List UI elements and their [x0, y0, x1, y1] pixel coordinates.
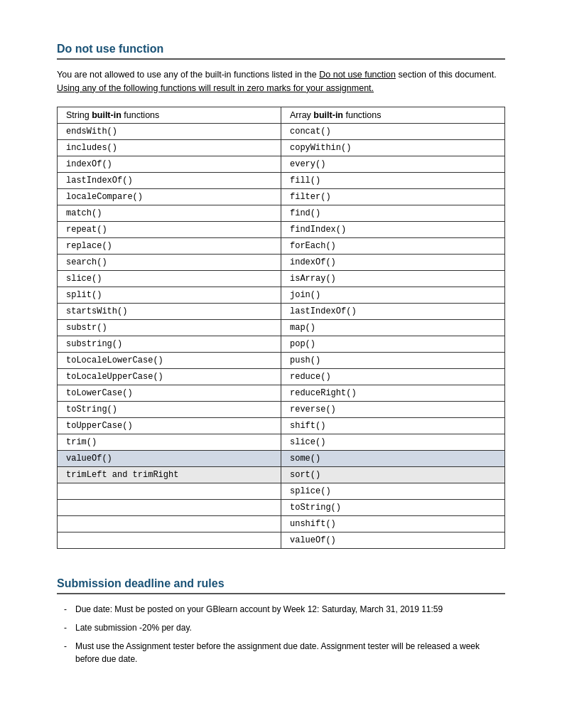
- string-header-bold: built-in: [92, 110, 121, 120]
- string-column-header: String built-in functions: [58, 107, 281, 123]
- submission-rule-item: Due date: Must be posted on your GBlearn…: [64, 603, 505, 616]
- table-row: valueOf(): [58, 532, 505, 548]
- string-function-cell: lastIndexOf(): [58, 172, 281, 188]
- submission-rule-item: Late submission -20% per day.: [64, 621, 505, 634]
- array-function-cell: find(): [281, 205, 505, 221]
- string-function-cell: replace(): [58, 237, 281, 254]
- array-function-cell: slice(): [281, 434, 505, 450]
- table-row: toLowerCase()reduceRight(): [58, 385, 505, 401]
- array-function-cell: map(): [281, 319, 505, 336]
- array-function-cell: reduce(): [281, 368, 505, 385]
- table-row: toString(): [58, 499, 505, 515]
- array-function-cell: splice(): [281, 483, 505, 499]
- array-function-cell: toString(): [281, 499, 505, 515]
- array-function-cell: sort(): [281, 466, 505, 483]
- array-header-prefix: Array: [290, 110, 313, 120]
- intro-paragraph: You are not allowed to use any of the bu…: [57, 68, 505, 95]
- string-function-cell: [58, 483, 281, 499]
- array-header-bold: built-in: [313, 110, 343, 120]
- string-function-cell: match(): [58, 205, 281, 221]
- table-row: trim()slice(): [58, 434, 505, 450]
- table-row: repeat()findIndex(): [58, 221, 505, 237]
- array-function-cell: push(): [281, 352, 505, 368]
- array-function-cell: indexOf(): [281, 254, 505, 270]
- array-function-cell: isArray(): [281, 270, 505, 287]
- table-row: indexOf()every(): [58, 156, 505, 172]
- string-function-cell: split(): [58, 287, 281, 303]
- string-function-cell: toUpperCase(): [58, 417, 281, 434]
- string-function-cell: includes(): [58, 139, 281, 156]
- string-function-cell: substr(): [58, 319, 281, 336]
- string-function-cell: repeat(): [58, 221, 281, 237]
- array-function-cell: every(): [281, 156, 505, 172]
- string-function-cell: substring(): [58, 336, 281, 352]
- array-function-cell: pop(): [281, 336, 505, 352]
- array-function-cell: some(): [281, 450, 505, 466]
- table-row: localeCompare()filter(): [58, 188, 505, 205]
- string-function-cell: trim(): [58, 434, 281, 450]
- string-function-cell: localeCompare(): [58, 188, 281, 205]
- table-row: startsWith()lastIndexOf(): [58, 303, 505, 319]
- table-row: lastIndexOf()fill(): [58, 172, 505, 188]
- intro-text-part2: section of this document.: [396, 70, 497, 80]
- table-row: match()find(): [58, 205, 505, 221]
- functions-table: String built-in functions Array built-in…: [57, 107, 505, 549]
- table-row: valueOf()some(): [58, 450, 505, 466]
- table-row: slice()isArray(): [58, 270, 505, 287]
- string-function-cell: search(): [58, 254, 281, 270]
- intro-link1: Do not use function: [319, 70, 396, 80]
- array-column-header: Array built-in functions: [281, 107, 505, 123]
- string-function-cell: endsWith(): [58, 123, 281, 139]
- submission-rules-list: Due date: Must be posted on your GBlearn…: [57, 603, 505, 665]
- string-function-cell: [58, 532, 281, 548]
- table-row: toLocaleLowerCase()push(): [58, 352, 505, 368]
- array-function-cell: shift(): [281, 417, 505, 434]
- string-function-cell: valueOf(): [58, 450, 281, 466]
- array-function-cell: concat(): [281, 123, 505, 139]
- string-function-cell: toLocaleLowerCase(): [58, 352, 281, 368]
- table-row: includes()copyWithin(): [58, 139, 505, 156]
- array-function-cell: copyWithin(): [281, 139, 505, 156]
- string-function-cell: startsWith(): [58, 303, 281, 319]
- table-row: toLocaleUpperCase()reduce(): [58, 368, 505, 385]
- table-row: substring()pop(): [58, 336, 505, 352]
- array-function-cell: reverse(): [281, 401, 505, 417]
- array-function-cell: findIndex(): [281, 221, 505, 237]
- array-function-cell: reduceRight(): [281, 385, 505, 401]
- table-row: toUpperCase()shift(): [58, 417, 505, 434]
- string-function-cell: [58, 499, 281, 515]
- array-function-cell: join(): [281, 287, 505, 303]
- string-function-cell: slice(): [58, 270, 281, 287]
- table-row: search()indexOf(): [58, 254, 505, 270]
- table-row: unshift(): [58, 515, 505, 532]
- submission-title: Submission deadline and rules: [57, 577, 505, 594]
- table-row: replace()forEach(): [58, 237, 505, 254]
- string-header-prefix: String: [66, 110, 92, 120]
- do-not-use-section: Do not use function You are not allowed …: [57, 43, 505, 549]
- table-row: trimLeft and trimRightsort(): [58, 466, 505, 483]
- string-function-cell: [58, 515, 281, 532]
- array-function-cell: lastIndexOf(): [281, 303, 505, 319]
- do-not-use-title: Do not use function: [57, 43, 505, 60]
- string-function-cell: toLowerCase(): [58, 385, 281, 401]
- table-row: endsWith()concat(): [58, 123, 505, 139]
- string-header-suffix: functions: [121, 110, 160, 120]
- intro-text-part1: You are not allowed to use any of the bu…: [57, 70, 319, 80]
- array-function-cell: valueOf(): [281, 532, 505, 548]
- string-function-cell: trimLeft and trimRight: [58, 466, 281, 483]
- array-function-cell: filter(): [281, 188, 505, 205]
- intro-underline: Using any of the following functions wil…: [57, 83, 374, 93]
- submission-rule-item: Must use the Assignment tester before th…: [64, 640, 505, 665]
- string-function-cell: toLocaleUpperCase(): [58, 368, 281, 385]
- string-function-cell: indexOf(): [58, 156, 281, 172]
- array-function-cell: forEach(): [281, 237, 505, 254]
- array-function-cell: unshift(): [281, 515, 505, 532]
- table-row: split()join(): [58, 287, 505, 303]
- array-function-cell: fill(): [281, 172, 505, 188]
- array-header-suffix: functions: [343, 110, 382, 120]
- table-row: toString()reverse(): [58, 401, 505, 417]
- submission-section: Submission deadline and rules Due date: …: [57, 577, 505, 665]
- string-function-cell: toString(): [58, 401, 281, 417]
- table-row: substr()map(): [58, 319, 505, 336]
- table-row: splice(): [58, 483, 505, 499]
